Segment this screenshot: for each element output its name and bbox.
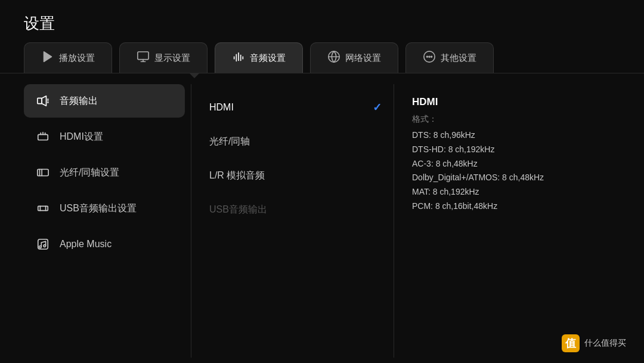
svg-marker-16 bbox=[42, 96, 46, 106]
check-icon: ✓ bbox=[373, 101, 382, 114]
sidebar-item-apple-music[interactable]: Apple Music bbox=[24, 227, 185, 261]
tab-playback-label: 播放设置 bbox=[59, 53, 95, 64]
top-nav: 播放设置 显示设置 音频设置 网络设置 其他设置 bbox=[0, 42, 644, 73]
tab-playback[interactable]: 播放设置 bbox=[24, 42, 112, 73]
usb-icon bbox=[35, 200, 51, 217]
audio-output-icon bbox=[35, 93, 51, 109]
page-title: 设置 bbox=[0, 0, 644, 42]
tab-indicator bbox=[0, 73, 644, 78]
watermark: 值 什么值得买 bbox=[562, 334, 626, 352]
tab-other[interactable]: 其他设置 bbox=[405, 42, 494, 73]
tab-network[interactable]: 网络设置 bbox=[310, 42, 398, 73]
tab-display-label: 显示设置 bbox=[154, 53, 190, 64]
svg-rect-1 bbox=[138, 52, 148, 60]
right-panel: HDMI 格式： DTS: 8 ch,96kHz DTS-HD: 8 ch,19… bbox=[394, 84, 620, 358]
svg-rect-20 bbox=[38, 134, 48, 140]
sidebar-apple-music-label: Apple Music bbox=[60, 239, 112, 250]
sidebar-usb-label: USB音频输出设置 bbox=[60, 202, 137, 215]
middle-item-lr-analog[interactable]: L/R 模拟音频 bbox=[209, 159, 394, 193]
svg-point-31 bbox=[39, 246, 42, 248]
tab-audio[interactable]: 音频设置 bbox=[215, 42, 303, 73]
tab-other-label: 其他设置 bbox=[441, 53, 476, 64]
tab-audio-label: 音频设置 bbox=[250, 53, 286, 64]
svg-point-12 bbox=[426, 56, 428, 57]
sidebar-item-optical[interactable]: 光纤/同轴设置 bbox=[24, 156, 185, 189]
middle-item-usb-audio: USB音频输出 bbox=[209, 193, 394, 227]
hdmi-icon bbox=[35, 128, 51, 145]
svg-point-32 bbox=[44, 245, 46, 247]
sidebar-item-usb[interactable]: USB音频输出设置 bbox=[24, 192, 185, 225]
audio-icon bbox=[232, 50, 245, 66]
svg-point-14 bbox=[431, 56, 432, 57]
globe-icon bbox=[327, 50, 340, 66]
middle-item-optical[interactable]: 光纤/同轴 bbox=[209, 125, 394, 159]
main-content: 音频输出 HDMI设置 光纤/同轴设置 USB音频输出设置 bbox=[0, 78, 644, 363]
svg-marker-0 bbox=[44, 52, 52, 62]
middle-lr-label: L/R 模拟音频 bbox=[209, 170, 265, 182]
monitor-icon bbox=[137, 50, 150, 66]
music-icon bbox=[35, 236, 51, 253]
tab-network-label: 网络设置 bbox=[345, 53, 381, 64]
middle-item-hdmi[interactable]: HDMI ✓ bbox=[209, 90, 394, 125]
play-icon bbox=[41, 50, 54, 66]
tab-display[interactable]: 显示设置 bbox=[119, 42, 208, 73]
more-icon bbox=[423, 50, 436, 66]
sidebar-optical-label: 光纤/同轴设置 bbox=[60, 167, 119, 179]
svg-rect-15 bbox=[38, 98, 42, 103]
middle-optical-label: 光纤/同轴 bbox=[209, 136, 250, 148]
watermark-logo: 值 bbox=[562, 334, 580, 352]
svg-point-13 bbox=[429, 56, 430, 57]
sidebar-audio-output-label: 音频输出 bbox=[60, 95, 98, 107]
middle-panel: HDMI ✓ 光纤/同轴 L/R 模拟音频 USB音频输出 bbox=[191, 84, 394, 358]
middle-usb-label: USB音频输出 bbox=[209, 204, 267, 216]
svg-rect-24 bbox=[38, 170, 48, 176]
active-tab-triangle bbox=[190, 73, 199, 78]
sidebar-hdmi-label: HDMI设置 bbox=[60, 131, 103, 143]
sidebar-item-hdmi[interactable]: HDMI设置 bbox=[24, 120, 185, 153]
sidebar-item-audio-output[interactable]: 音频输出 bbox=[24, 84, 185, 118]
right-panel-subtitle: 格式： bbox=[412, 114, 602, 125]
middle-hdmi-label: HDMI bbox=[209, 102, 234, 113]
right-panel-title: HDMI bbox=[412, 96, 602, 108]
watermark-text: 什么值得买 bbox=[584, 338, 626, 349]
right-panel-detail: DTS: 8 ch,96kHz DTS-HD: 8 ch,192kHz AC-3… bbox=[412, 128, 602, 214]
sidebar: 音频输出 HDMI设置 光纤/同轴设置 USB音频输出设置 bbox=[24, 84, 191, 358]
optical-icon bbox=[35, 164, 51, 181]
svg-rect-27 bbox=[38, 206, 48, 210]
